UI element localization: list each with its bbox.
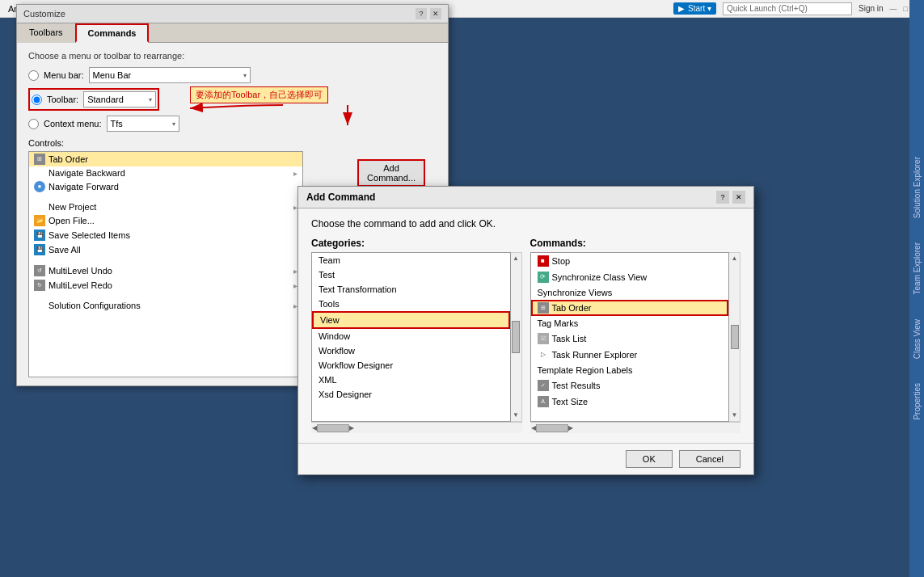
controls-label: Controls: <box>28 138 437 148</box>
menu-bar-label: Menu bar: <box>44 70 84 80</box>
category-workflow[interactable]: Workflow <box>312 343 510 358</box>
nav-forward-icon: ● <box>34 181 45 192</box>
commands-pane: Commands: ■ Stop ⟳ <box>530 238 741 433</box>
customize-close-btn[interactable]: ✕ <box>430 8 441 19</box>
cmd-test-results[interactable]: ✓ Test Results <box>531 377 729 394</box>
test-results-icon: ✓ <box>538 380 549 391</box>
controls-list: ⊞ Tab Order Navigate Backward ▸ ● Naviga… <box>28 151 303 377</box>
categories-pane: Categories: Team Test Text Transformatio… <box>311 238 522 433</box>
menu-bar-row: Menu bar: Menu Bar ▾ <box>28 67 437 83</box>
choose-label: Choose a menu or toolbar to rearrange: <box>28 51 437 61</box>
commands-hscrollbar[interactable]: ◀ ▶ <box>530 422 741 433</box>
menu-bar-combo[interactable]: Menu Bar ▾ <box>89 67 251 83</box>
add-command-instruction: Choose the command to add and click OK. <box>311 218 740 230</box>
add-command-footer: OK Cancel <box>298 443 753 474</box>
stop-icon: ■ <box>538 255 549 267</box>
categories-list-container: Team Test Text Transformation Tools View… <box>311 252 522 422</box>
customize-help-btn[interactable]: ? <box>416 8 427 19</box>
sync-class-icon: ⟳ <box>538 272 549 283</box>
sidebar-label-team-explorer[interactable]: Team Explorer <box>913 242 922 294</box>
sidebar-label-class-view[interactable]: Class View <box>913 319 922 359</box>
category-workflow-designer[interactable]: Workflow Designer <box>312 358 510 373</box>
tab-commands[interactable]: Commands <box>75 23 150 43</box>
redo-icon: ↻ <box>34 280 45 291</box>
cmd-text-size[interactable]: A Text Size <box>531 394 729 410</box>
vs-sidebar: Solution Explorer Team Explorer Class Vi… <box>909 0 924 577</box>
add-command-button[interactable]: Add Command... <box>357 159 425 187</box>
list-item-new-project[interactable]: New Project ▸ <box>29 200 302 213</box>
list-item-separator3 <box>29 293 302 299</box>
category-window[interactable]: Window <box>312 329 510 343</box>
task-list-icon: ☑ <box>538 333 549 344</box>
list-item-multilevel-undo[interactable]: ↺ MultiLevel Undo ▸ <box>29 263 302 278</box>
category-xsd-designer[interactable]: Xsd Designer <box>312 387 510 402</box>
toolbar-annotation: 要添加的Toolbar，自己选择即可 <box>190 86 328 103</box>
list-item-multilevel-redo[interactable]: ↻ MultiLevel Redo ▸ <box>29 278 302 293</box>
category-text-transformation[interactable]: Text Transformation <box>312 282 510 297</box>
ok-button[interactable]: OK <box>626 450 673 468</box>
categories-list[interactable]: Team Test Text Transformation Tools View… <box>311 252 511 422</box>
start-btn[interactable]: Start ▾ <box>688 4 711 13</box>
list-item-navigate-forward[interactable]: ● Navigate Forward <box>29 179 302 194</box>
tab-toolbars[interactable]: Toolbars <box>17 23 75 43</box>
minimize-vs-btn[interactable]: — <box>890 5 897 13</box>
sidebar-label-properties[interactable]: Properties <box>913 383 922 420</box>
add-command-dialog: Add Command ? ✕ Choose the command to ad… <box>297 186 754 475</box>
add-command-dialog-controls: ? ✕ <box>716 191 745 204</box>
list-item-solution-config[interactable]: Solution Configurations ▸ <box>29 299 302 312</box>
add-command-titlebar: Add Command ? ✕ <box>298 187 753 208</box>
category-view[interactable]: View <box>312 311 510 329</box>
category-tools[interactable]: Tools <box>312 297 510 311</box>
cmd-tag-marks[interactable]: Tag Marks <box>531 316 729 331</box>
list-item-separator2 <box>29 257 302 263</box>
categories-hscrollbar[interactable]: ◀ ▶ <box>311 422 522 433</box>
add-command-body: Choose the command to add and click OK. … <box>298 208 753 443</box>
save-all-icon: 💾 <box>34 244 45 255</box>
list-item-save-selected[interactable]: 💾 Save Selected Items <box>29 228 302 242</box>
context-menu-row: Context menu: Tfs ▾ <box>28 116 437 132</box>
sidebar-label-solution-explorer[interactable]: Solution Explorer <box>913 157 922 218</box>
cmd-stop[interactable]: ■ Stop <box>531 253 729 269</box>
toolbar-combo[interactable]: Standard ▾ <box>83 91 156 107</box>
cmd-template-region[interactable]: Template Region Labels <box>531 363 729 377</box>
add-command-close-btn[interactable]: ✕ <box>732 191 745 204</box>
undo-icon: ↺ <box>34 265 45 276</box>
two-pane: Categories: Team Test Text Transformatio… <box>311 238 740 433</box>
cmd-task-runner[interactable]: ▷ Task Runner Explorer <box>531 347 729 363</box>
categories-label: Categories: <box>311 238 522 249</box>
toolbar-label: Toolbar: <box>47 95 78 104</box>
open-file-icon: 📂 <box>34 215 45 226</box>
context-menu-combo[interactable]: Tfs ▾ <box>107 116 179 132</box>
toolbar-radio[interactable] <box>32 95 42 105</box>
list-item-tab-order[interactable]: ⊞ Tab Order <box>29 152 302 166</box>
category-team[interactable]: Team <box>312 253 510 267</box>
category-xml[interactable]: XML <box>312 373 510 387</box>
customize-titlebar: Customize ? ✕ <box>17 5 448 23</box>
categories-scrollbar[interactable]: ▲ ▼ <box>511 252 522 422</box>
quick-launch-input[interactable]: Quick Launch (Ctrl+Q) <box>727 4 808 13</box>
cmd-task-list[interactable]: ☑ Task List <box>531 331 729 347</box>
commands-pane-label: Commands: <box>530 238 741 249</box>
cmd-sync-views[interactable]: Synchronize Views <box>531 285 729 300</box>
add-command-title: Add Command <box>306 192 375 203</box>
commands-list-wrapper: ■ Stop ⟳ Synchronize Class View <box>530 252 741 422</box>
save-selected-icon: 💾 <box>34 230 45 241</box>
list-item-separator1 <box>29 194 302 200</box>
maximize-vs-btn[interactable]: □ <box>904 5 908 13</box>
cmd-tab-order-icon: ⊞ <box>538 302 549 314</box>
task-runner-icon: ▷ <box>538 349 549 360</box>
list-item-open-file[interactable]: 📂 Open File... <box>29 213 302 228</box>
menu-bar-radio[interactable] <box>28 70 39 81</box>
list-item-save-all[interactable]: 💾 Save All <box>29 242 302 257</box>
sign-in[interactable]: Sign in <box>859 4 884 13</box>
cancel-button[interactable]: Cancel <box>679 450 740 468</box>
cmd-tab-order[interactable]: ⊞ Tab Order <box>531 300 729 316</box>
cmd-sync-class-view[interactable]: ⟳ Synchronize Class View <box>531 269 729 285</box>
toolbar-row: Toolbar: Standard ▾ 要添加的Toolbar，自己选择即可 <box>28 88 437 111</box>
category-test[interactable]: Test <box>312 267 510 282</box>
list-item-navigate-backward[interactable]: Navigate Backward ▸ <box>29 166 302 179</box>
commands-scrollbar[interactable]: ▲ ▼ <box>729 252 740 422</box>
context-menu-radio[interactable] <box>28 119 39 129</box>
add-command-help-btn[interactable]: ? <box>716 191 729 204</box>
commands-list[interactable]: ■ Stop ⟳ Synchronize Class View <box>530 252 730 422</box>
